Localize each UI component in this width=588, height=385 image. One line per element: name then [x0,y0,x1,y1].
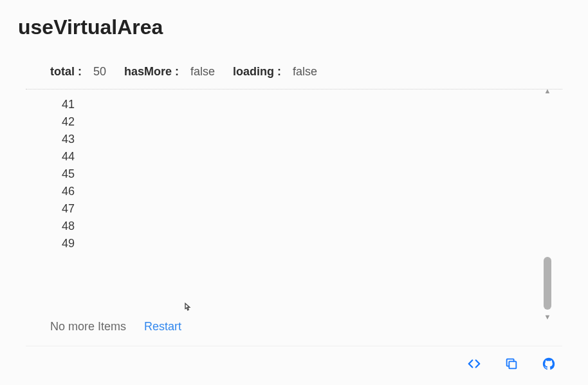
list-item: 48 [62,218,538,235]
list-item: 43 [62,131,538,148]
scrollbar-arrow-down-icon[interactable]: ▼ [544,314,551,321]
list-item: 47 [62,200,538,218]
scrollbar-arrow-up-icon[interactable]: ▲ [544,88,551,95]
no-more-text: No more Items [50,320,126,333]
status-row: total : 50 hasMore : false loading : fal… [26,65,562,89]
svg-rect-0 [509,361,516,368]
total-label: total : [50,65,82,79]
demo-container: total : 50 hasMore : false loading : fal… [26,65,562,340]
copy-icon[interactable] [504,357,519,371]
list-item: 46 [62,183,538,200]
scrollbar-thumb[interactable] [544,257,551,310]
scrollbar[interactable]: ▲ ▼ [540,88,555,321]
restart-link[interactable]: Restart [144,320,181,333]
list-item: 41 [62,96,538,113]
list-item: 49 [62,235,538,252]
loading-label: loading : [233,65,281,79]
virtual-list[interactable]: 41 42 43 44 45 46 47 48 49 [26,89,562,308]
list-item: 44 [62,148,538,165]
page-title: useVirtualArea [0,0,588,46]
scrollbar-track-area[interactable] [544,95,551,314]
github-icon[interactable] [542,357,556,371]
loading-value: false [293,65,317,79]
code-icon[interactable] [467,357,481,371]
divider [26,346,562,346]
list-item: 42 [62,113,538,131]
hasmore-label: hasMore : [124,65,179,79]
total-value: 50 [93,65,106,79]
hasmore-value: false [190,65,215,79]
list-item: 45 [62,165,538,183]
demo-toolbar [467,357,556,371]
list-footer: No more Items Restart [26,308,562,340]
